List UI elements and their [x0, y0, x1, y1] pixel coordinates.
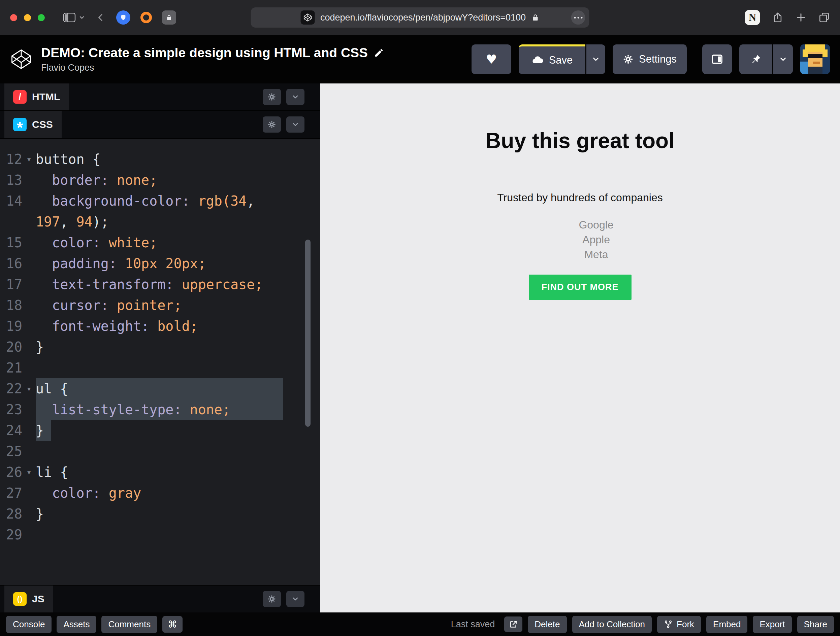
screen: codepen.io/flaviocopes/pen/abjpowY?edito… [0, 0, 840, 636]
css-settings-button[interactable] [263, 116, 281, 132]
code-line[interactable]: 20} [0, 337, 320, 357]
css-editor-actions [263, 111, 320, 138]
find-out-more-button[interactable]: FIND OUT MORE [529, 275, 632, 300]
line-number: 16 [0, 253, 22, 274]
address-bar[interactable]: codepen.io/flaviocopes/pen/abjpowY?edito… [251, 8, 589, 28]
change-view-button[interactable] [702, 44, 732, 74]
lock-extension-icon[interactable] [162, 10, 176, 25]
save-button[interactable]: Save [519, 44, 585, 74]
code-line[interactable]: 18 cursor: pointer; [0, 295, 320, 316]
line-number: 26 [0, 462, 22, 483]
close-window-button[interactable] [10, 14, 17, 21]
code-line[interactable]: 24} [0, 420, 320, 441]
code-line[interactable]: 13 border: none; [0, 170, 320, 190]
code-line[interactable]: 22▾ul { [0, 378, 320, 399]
code-line[interactable]: 12▾button { [0, 149, 320, 170]
code-line[interactable]: 23 list-style-type: none; [0, 399, 320, 420]
codepen-logo[interactable] [10, 48, 32, 70]
editor-scrollbar-thumb[interactable] [305, 239, 311, 427]
shield-extension-icon[interactable] [116, 10, 130, 25]
fold-toggle-icon[interactable]: ▾ [22, 462, 36, 483]
keyboard-shortcuts-button[interactable]: ⌘ [162, 616, 183, 633]
css-editor[interactable]: 12▾button {13 border: none;14 background… [0, 139, 320, 585]
browser-chrome: codepen.io/flaviocopes/pen/abjpowY?edito… [0, 0, 840, 35]
fold-toggle-icon [22, 399, 36, 420]
fold-toggle-icon [22, 253, 36, 274]
html-collapse-button[interactable] [286, 89, 305, 105]
code-line[interactable]: 25 [0, 441, 320, 462]
js-settings-button[interactable] [263, 591, 281, 607]
last-saved-label: Last saved [451, 619, 495, 630]
tab-js[interactable]: () JS [5, 586, 53, 612]
share-page-button[interactable] [772, 12, 783, 23]
pin-button[interactable] [739, 44, 772, 74]
company-item: Meta [352, 247, 840, 262]
add-to-collection-button[interactable]: Add to Collection [572, 616, 652, 633]
code-line[interactable]: 29 [0, 524, 320, 545]
assets-button[interactable]: Assets [57, 616, 96, 633]
tab-css[interactable]: * CSS [5, 111, 62, 138]
share-button[interactable]: Share [797, 616, 834, 633]
pin-button-group [739, 44, 793, 74]
sidebar-toggle-icon[interactable] [63, 13, 76, 22]
fold-toggle-icon [22, 337, 36, 357]
tab-html[interactable]: / HTML [5, 83, 69, 110]
notion-extension-button[interactable]: N [745, 10, 760, 25]
code-line[interactable]: 197, 94); [0, 211, 320, 232]
sidebar-chevron-icon[interactable] [79, 14, 85, 21]
code-text: font-weight: bold; [36, 316, 320, 337]
fork-button[interactable]: Fork [657, 616, 701, 633]
ring-extension-icon[interactable] [141, 12, 152, 23]
embed-button[interactable]: Embed [706, 616, 747, 633]
js-collapse-button[interactable] [286, 591, 305, 607]
export-button[interactable]: Export [753, 616, 791, 633]
html-settings-button[interactable] [263, 89, 281, 105]
css-icon: * [13, 118, 27, 131]
settings-button[interactable]: Settings [613, 44, 687, 74]
line-number: 13 [0, 170, 22, 190]
pin-dropdown-button[interactable] [773, 44, 793, 74]
code-line[interactable]: 14 background-color: rgb(34, [0, 190, 320, 211]
code-line[interactable]: 17 text-transform: uppercase; [0, 274, 320, 295]
tabs-overview-button[interactable] [818, 12, 830, 23]
code-line[interactable]: 21 [0, 357, 320, 378]
company-list: Google Apple Meta [320, 217, 840, 262]
code-line[interactable]: 16 padding: 10px 20px; [0, 253, 320, 274]
fold-toggle-icon [22, 357, 36, 378]
pen-title-block: DEMO: Create a simple design using HTML … [41, 46, 384, 73]
back-button[interactable] [95, 12, 106, 23]
new-tab-button[interactable] [796, 12, 806, 23]
save-dropdown-button[interactable] [586, 44, 605, 74]
code-line[interactable]: 28} [0, 504, 320, 524]
delete-button[interactable]: Delete [528, 616, 567, 633]
console-button[interactable]: Console [6, 616, 52, 633]
like-button[interactable]: ♥ [472, 44, 511, 74]
user-avatar[interactable] [800, 44, 830, 74]
code-text: 197, 94); [36, 211, 320, 232]
fold-toggle-icon[interactable]: ▾ [22, 149, 36, 170]
css-collapse-button[interactable] [286, 116, 305, 132]
layout-icon [711, 53, 723, 65]
code-text: padding: 10px 20px; [36, 253, 320, 274]
code-line[interactable]: 19 font-weight: bold; [0, 316, 320, 337]
code-line[interactable]: 26▾li { [0, 462, 320, 483]
fold-toggle-icon [22, 232, 36, 253]
js-editor-header: () JS [0, 585, 320, 612]
preview-tagline: Trusted by hundreds of companies [320, 191, 840, 204]
page-more-button[interactable] [571, 10, 585, 25]
pen-header: DEMO: Create a simple design using HTML … [0, 35, 840, 83]
code-line[interactable]: 15 color: white; [0, 232, 320, 253]
fold-toggle-icon [22, 211, 36, 232]
open-live-view-button[interactable] [504, 617, 523, 632]
pen-author[interactable]: Flavio Copes [41, 63, 384, 73]
fold-toggle-icon[interactable]: ▾ [22, 378, 36, 399]
code-text: li { [36, 462, 320, 483]
line-number: 29 [0, 524, 22, 545]
comments-button[interactable]: Comments [101, 616, 157, 633]
browser-left-controls [10, 10, 176, 25]
fullscreen-window-button[interactable] [38, 14, 45, 21]
minimize-window-button[interactable] [24, 14, 31, 21]
code-line[interactable]: 27 color: gray [0, 483, 320, 504]
code-text: background-color: rgb(34, [36, 190, 320, 211]
edit-title-icon[interactable] [374, 48, 384, 58]
